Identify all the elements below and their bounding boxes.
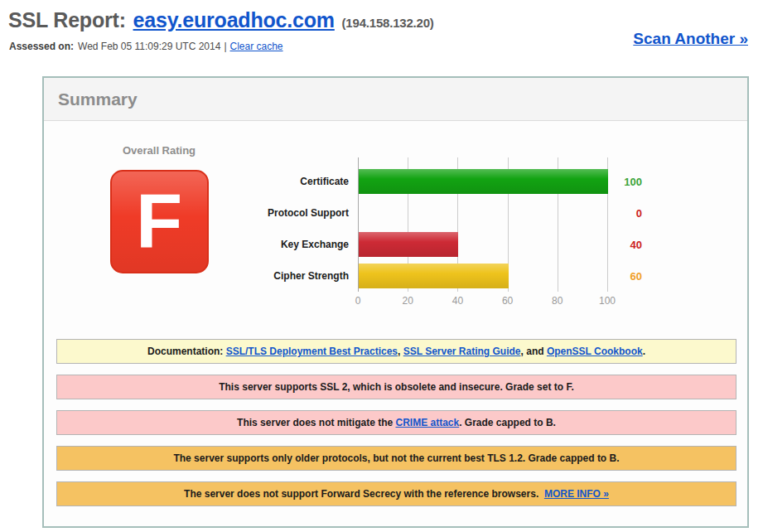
chart-bar: [359, 264, 509, 288]
chart-category-label: Key Exchange: [249, 239, 358, 250]
notice-text: Documentation:: [147, 346, 226, 357]
page-header: SSL Report: easy.euroadhoc.com (194.158.…: [0, 0, 763, 52]
scan-another-link[interactable]: Scan Another »: [633, 30, 748, 48]
notice-text: The server does not support Forward Secr…: [184, 488, 544, 500]
chart-bar-track: [358, 169, 607, 194]
notice-text: .: [643, 346, 645, 357]
warning-notice: The server supports only older protocols…: [56, 446, 736, 471]
notice-link[interactable]: SSL Server Rating Guide: [403, 346, 521, 357]
chart-bar: [359, 232, 458, 257]
chart-value-label: 0: [619, 207, 642, 220]
chart-bar-track: [358, 264, 607, 288]
chart-row: Key Exchange40: [249, 229, 642, 260]
separator: |: [224, 41, 226, 52]
chart-bar-track: [358, 201, 607, 225]
error-notice: This server does not mitigate the CRIME …: [56, 410, 736, 435]
rating-area: Overall Rating F Certificate100Protocol …: [44, 121, 747, 308]
chart-value-label: 100: [619, 176, 642, 188]
chart-rows: Certificate100Protocol Support0Key Excha…: [249, 157, 642, 292]
notice-link[interactable]: OpenSSL Cookbook: [547, 346, 643, 357]
axis-tick-label: 0: [355, 295, 361, 307]
assessed-value: Wed Feb 05 11:09:29 UTC 2014: [78, 41, 220, 52]
notices-list: Documentation: SSL/TLS Deployment Best P…: [56, 339, 736, 506]
chart-x-axis: 020406080100: [358, 292, 607, 308]
warning-notice: The server does not support Forward Secr…: [56, 481, 736, 506]
grade-letter: F: [136, 182, 182, 259]
clear-cache-link[interactable]: Clear cache: [230, 41, 283, 52]
chart-bar-track: [358, 232, 607, 257]
axis-tick-label: 20: [403, 295, 413, 307]
chart-category-label: Protocol Support: [249, 207, 358, 219]
score-chart: Certificate100Protocol Support0Key Excha…: [249, 157, 642, 308]
axis-tick-label: 80: [552, 295, 563, 307]
axis-tick-label: 100: [599, 295, 616, 307]
notice-text: ,: [398, 346, 403, 357]
doc-notice: Documentation: SSL/TLS Deployment Best P…: [56, 339, 736, 364]
ip-address: (194.158.132.20): [342, 16, 434, 30]
chart-value-label: 60: [619, 270, 642, 283]
title-prefix: SSL Report:: [8, 8, 126, 31]
summary-title: Summary: [58, 89, 138, 109]
notice-text: This server does not mitigate the: [237, 417, 395, 428]
overall-rating-column: Overall Rating F: [105, 144, 213, 273]
chart-value-label: 40: [619, 239, 642, 251]
chart-category-label: Cipher Strength: [249, 270, 358, 282]
summary-panel: Summary Overall Rating F Certificate100P…: [42, 76, 749, 528]
notice-text: The server supports only older protocols…: [173, 452, 619, 464]
notice-link[interactable]: SSL/TLS Deployment Best Practices: [226, 346, 398, 357]
chart-row: Certificate100: [249, 166, 642, 197]
chart-category-label: Certificate: [249, 176, 358, 187]
summary-header: Summary: [44, 78, 747, 121]
domain-link[interactable]: easy.euroadhoc.com: [133, 8, 335, 31]
error-notice: This server supports SSL 2, which is obs…: [56, 375, 736, 399]
chart-row: Cipher Strength60: [249, 260, 642, 292]
notice-link[interactable]: CRIME attack: [396, 417, 460, 428]
assessed-label: Assessed on:: [9, 41, 74, 52]
page-title: SSL Report: easy.euroadhoc.com (194.158.…: [8, 8, 763, 32]
notice-text: This server supports SSL 2, which is obs…: [219, 381, 574, 393]
axis-tick-label: 40: [452, 295, 463, 307]
summary-body: Overall Rating F Certificate100Protocol …: [44, 121, 747, 526]
notice-text: . Grade capped to B.: [459, 417, 556, 428]
axis-tick-label: 60: [502, 295, 513, 307]
overall-rating-label: Overall Rating: [123, 144, 196, 157]
chart-bar: [359, 169, 608, 194]
notice-link[interactable]: MORE INFO »: [544, 488, 609, 500]
grade-badge: F: [110, 170, 209, 273]
notice-text: , and: [521, 346, 547, 357]
chart-row: Protocol Support0: [249, 197, 642, 229]
